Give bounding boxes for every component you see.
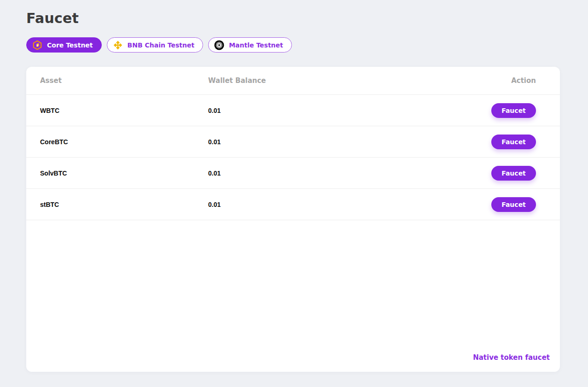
faucet-card: Asset Wallet Balance Action WBTC 0.01 Fa… <box>26 67 560 372</box>
tab-label: Mantle Testnet <box>229 41 283 49</box>
faucet-button[interactable]: Faucet <box>491 135 536 149</box>
wallet-balance-value: 0.01 <box>208 138 491 146</box>
table-header: Asset Wallet Balance Action <box>26 67 560 95</box>
core-icon <box>32 40 43 51</box>
native-token-faucet-link[interactable]: Native token faucet <box>473 353 550 362</box>
tab-label: Core Testnet <box>47 41 93 49</box>
tab-bnb-chain-testnet[interactable]: BNB Chain Testnet <box>107 37 204 53</box>
tab-core-testnet[interactable]: Core Testnet <box>26 37 102 53</box>
table-row: SolvBTC 0.01 Faucet <box>26 158 560 189</box>
column-header-action: Action <box>491 76 536 85</box>
table-row: WBTC 0.01 Faucet <box>26 95 560 126</box>
asset-name: stBTC <box>40 201 208 208</box>
table-row: CoreBTC 0.01 Faucet <box>26 126 560 158</box>
wallet-balance-value: 0.01 <box>208 107 491 114</box>
mantle-icon <box>214 40 225 51</box>
column-header-asset: Asset <box>40 76 208 85</box>
asset-name: SolvBTC <box>40 170 208 177</box>
wallet-balance-value: 0.01 <box>208 170 491 177</box>
asset-name: CoreBTC <box>40 138 208 146</box>
network-tabs: Core Testnet BNB Chain Testnet <box>26 37 560 53</box>
page-title: Faucet <box>26 10 560 26</box>
faucet-button[interactable]: Faucet <box>491 197 536 212</box>
tab-mantle-testnet[interactable]: Mantle Testnet <box>208 37 292 53</box>
asset-name: WBTC <box>40 107 208 114</box>
faucet-button[interactable]: Faucet <box>491 103 536 118</box>
bnb-chain-icon <box>112 40 123 51</box>
wallet-balance-value: 0.01 <box>208 201 491 208</box>
tab-label: BNB Chain Testnet <box>128 41 195 49</box>
card-empty-space <box>26 220 560 353</box>
faucet-page: Faucet Core Testnet <box>0 0 588 372</box>
column-header-wallet-balance: Wallet Balance <box>208 76 491 85</box>
card-footer: Native token faucet <box>26 353 560 372</box>
faucet-button[interactable]: Faucet <box>491 166 536 181</box>
table-row: stBTC 0.01 Faucet <box>26 189 560 220</box>
